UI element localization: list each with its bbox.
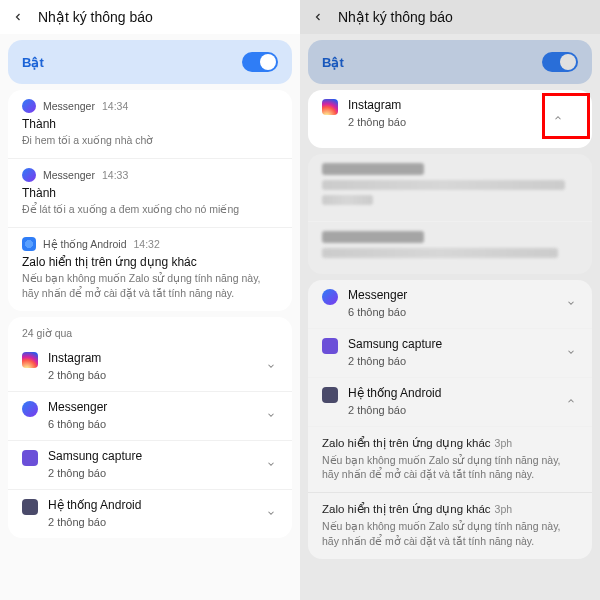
summary-item-messenger[interactable]: Messenger 6 thông báo [308, 280, 592, 329]
detail-body: Nếu bạn không muốn Zalo sử dụng tính năn… [322, 453, 578, 481]
notif-body: Nếu bạn không muốn Zalo sử dụng tính năn… [22, 271, 278, 299]
summary-count: 2 thông báo [48, 467, 264, 479]
detail-title: Zalo hiển thị trên ứng dụng khác [322, 503, 491, 515]
summary-item-instagram[interactable]: Instagram 2 thông báo [8, 343, 292, 392]
recent-card: Messenger 14:34 Thành Đi hem tối a xuống… [8, 90, 292, 311]
chevron-left-icon [312, 11, 324, 23]
summary-app: Hệ thống Android [348, 386, 564, 400]
header: Nhật ký thông báo [300, 0, 600, 34]
summary-count: 2 thông báo [348, 116, 538, 128]
notif-body: Đi hem tối a xuống nhà chờ [22, 133, 278, 147]
summary-app: Hệ thống Android [48, 498, 264, 512]
toggle-label: Bật [22, 55, 44, 70]
notification-item[interactable]: Messenger 14:33 Thành Để lát tối a xuống… [8, 159, 292, 228]
summary-count: 2 thông báo [48, 369, 264, 381]
chevron-down-icon[interactable] [564, 345, 578, 359]
notification-item[interactable]: Messenger 14:34 Thành Đi hem tối a xuống… [8, 90, 292, 159]
chevron-down-icon[interactable] [264, 457, 278, 471]
android-icon [22, 237, 36, 251]
toggle-label: Bật [322, 55, 344, 70]
header: Nhật ký thông báo [0, 0, 300, 34]
notification-item[interactable]: Hệ thống Android 14:32 Zalo hiển thị trê… [8, 228, 292, 310]
notif-title: Thành [22, 186, 278, 200]
summary-count: 2 thông báo [48, 516, 264, 528]
toggle-switch[interactable] [542, 52, 578, 72]
time: 14:32 [133, 238, 159, 250]
blurred-card [308, 154, 592, 274]
instagram-icon [322, 99, 338, 115]
master-toggle-bar[interactable]: Bật [308, 40, 592, 84]
detail-body: Nếu bạn không muốn Zalo sử dụng tính năn… [322, 519, 578, 547]
summary-item-messenger[interactable]: Messenger 6 thông báo [8, 392, 292, 441]
back-button[interactable] [310, 9, 326, 25]
messenger-icon [22, 99, 36, 113]
blurred-item [308, 154, 592, 222]
left-screen: Nhật ký thông báo Bật Messenger 14:34 Th… [0, 0, 300, 600]
section-label: 24 giờ qua [8, 317, 292, 343]
gear-icon [322, 387, 338, 403]
summary-item-samsung[interactable]: Samsung capture 2 thông báo [8, 441, 292, 490]
summary-app: Instagram [348, 98, 538, 112]
chevron-down-icon[interactable] [564, 296, 578, 310]
instagram-icon [22, 352, 38, 368]
time: 14:33 [102, 169, 128, 181]
chevron-down-icon[interactable] [264, 506, 278, 520]
notif-body: Để lát tối a xuống a đem xuống cho nó mi… [22, 202, 278, 216]
chevron-left-icon [12, 11, 24, 23]
notif-title: Zalo hiển thị trên ứng dụng khác [22, 255, 278, 269]
summary-count: 6 thông báo [48, 418, 264, 430]
summary-item-instagram-expanded[interactable]: Instagram 2 thông báo [308, 90, 592, 148]
summary-app: Instagram [48, 351, 264, 365]
detail-title: Zalo hiển thị trên ứng dụng khác [322, 437, 491, 449]
toggle-switch[interactable] [242, 52, 278, 72]
samsung-capture-icon [322, 338, 338, 354]
messenger-icon [322, 289, 338, 305]
expanded-card: Instagram 2 thông báo [308, 90, 592, 148]
summary-card: 24 giờ qua Instagram 2 thông báo Messeng… [8, 317, 292, 538]
summary-count: 2 thông báo [348, 404, 564, 416]
summary-app: Messenger [348, 288, 564, 302]
chevron-up-icon[interactable] [564, 394, 578, 408]
detail-time: 3ph [495, 437, 513, 449]
app-name: Messenger [43, 100, 95, 112]
time: 14:34 [102, 100, 128, 112]
back-button[interactable] [10, 9, 26, 25]
summary-app: Messenger [48, 400, 264, 414]
blurred-item [308, 222, 592, 274]
detail-item[interactable]: Zalo hiển thị trên ứng dụng khác3ph Nếu … [308, 493, 592, 558]
app-name: Hệ thống Android [43, 238, 126, 250]
page-title: Nhật ký thông báo [38, 9, 153, 25]
page-title: Nhật ký thông báo [338, 9, 453, 25]
detail-time: 3ph [495, 503, 513, 515]
right-screen: Nhật ký thông báo Bật Instagram 2 thông … [300, 0, 600, 600]
summary-count: 6 thông báo [348, 306, 564, 318]
chevron-up-icon[interactable] [538, 98, 578, 138]
summary-item-samsung[interactable]: Samsung capture 2 thông báo [308, 329, 592, 378]
messenger-icon [22, 168, 36, 182]
chevron-down-icon[interactable] [264, 359, 278, 373]
messenger-icon [22, 401, 38, 417]
summary-app: Samsung capture [48, 449, 264, 463]
summary-item-android[interactable]: Hệ thống Android 2 thông báo [308, 378, 592, 427]
summary-app: Samsung capture [348, 337, 564, 351]
chevron-down-icon[interactable] [264, 408, 278, 422]
summary-item-android[interactable]: Hệ thống Android 2 thông báo [8, 490, 292, 538]
summary-count: 2 thông báo [348, 355, 564, 367]
samsung-capture-icon [22, 450, 38, 466]
master-toggle-bar[interactable]: Bật [8, 40, 292, 84]
detail-item[interactable]: Zalo hiển thị trên ứng dụng khác3ph Nếu … [308, 427, 592, 493]
app-name: Messenger [43, 169, 95, 181]
summary-card: Messenger 6 thông báo Samsung capture 2 … [308, 280, 592, 559]
gear-icon [22, 499, 38, 515]
notif-title: Thành [22, 117, 278, 131]
